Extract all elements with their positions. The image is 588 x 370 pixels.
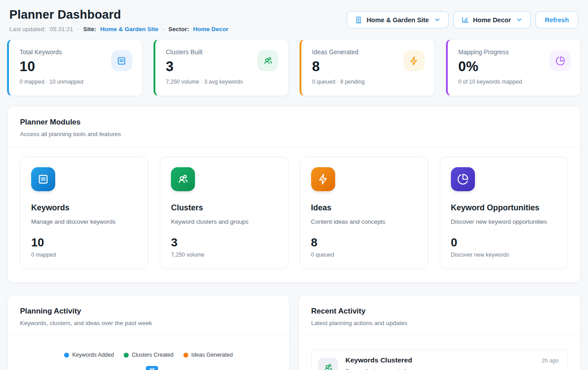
activity-timestamp: 2h ago [542, 358, 559, 364]
lightning-icon [311, 167, 335, 191]
sector-select[interactable]: Home Decor [454, 11, 531, 28]
legend-label: Ideas Generated [191, 352, 233, 358]
module-card-ideas[interactable]: Ideas Content ideas and concepts 8 0 que… [300, 157, 428, 269]
activity-body: Keywords Clustered 2h ago 3 new clusters… [345, 356, 559, 370]
chevron-down-icon [434, 16, 441, 23]
activity-item-keywords-clustered: Keywords Clustered 2h ago 3 new clusters… [311, 349, 568, 370]
legend-item-keywords-added[interactable]: Keywords Added [64, 352, 114, 358]
site-label: Site: [83, 26, 96, 32]
stat-text: Total Keywords 10 0 mapped · 10 unmapped [20, 48, 83, 88]
legend-item-ideas-generated[interactable]: Ideas Generated [183, 352, 233, 358]
module-card-keywords[interactable]: Keywords Manage and discover keywords 10… [20, 157, 148, 269]
stat-sub: 0 mapped · 10 unmapped [20, 79, 83, 85]
module-card-clusters[interactable]: Clusters Keyword clusters and groups 3 7… [160, 157, 288, 269]
header-left: Planner Dashboard Last updated: 05:31:21… [9, 8, 228, 32]
stat-sub: 0 of 10 keywords mapped [458, 79, 522, 85]
module-value: 0 [451, 236, 557, 249]
planner-modules-panel: Planner Modules Access all planning tool… [7, 106, 581, 283]
chevron-down-icon [516, 16, 523, 23]
stat-text: Ideas Generated 8 0 queued · 8 pending [312, 48, 365, 88]
stat-sub: 7,250 volume · 3 avg keywords [166, 79, 243, 85]
recent-activity-header: Recent Activity Latest planning actions … [299, 295, 580, 336]
module-description: Discover new keyword opportunities [451, 218, 557, 225]
module-description: Manage and discover keywords [31, 218, 137, 225]
module-sub: 7,250 volume [171, 252, 277, 258]
legend-dot-icon [183, 353, 188, 358]
modules-grid: Keywords Manage and discover keywords 10… [8, 147, 580, 282]
refresh-button[interactable]: Refresh [535, 11, 578, 28]
legend-dot-icon [124, 353, 129, 358]
module-title: Keyword Opportunities [451, 203, 557, 213]
stat-card-total-keywords: Total Keywords 10 0 mapped · 10 unmapped [7, 39, 142, 96]
modules-title: Planner Modules [20, 118, 568, 127]
stat-text: Mapping Progress 0% 0 of 10 keywords map… [458, 48, 522, 88]
recent-activity-title: Recent Activity [311, 307, 568, 316]
bottom-row: Planning Activity Keywords, clusters, an… [7, 295, 581, 370]
site-select-label: Home & Garden Site [366, 16, 429, 24]
stat-label: Clusters Built [166, 48, 243, 56]
users-icon [257, 50, 278, 71]
module-card-keyword-opportunities[interactable]: Keyword Opportunities Discover new keywo… [440, 157, 568, 269]
legend-dot-icon [64, 353, 69, 358]
planning-activity-panel: Planning Activity Keywords, clusters, an… [7, 295, 290, 370]
pie-chart-icon [451, 167, 475, 191]
module-title: Ideas [311, 203, 417, 213]
legend-label: Clusters Created [132, 352, 174, 358]
page-title: Planner Dashboard [9, 8, 228, 22]
stat-label: Ideas Generated [312, 48, 365, 56]
module-title: Clusters [171, 203, 277, 213]
stat-card-ideas-generated: Ideas Generated 8 0 queued · 8 pending [300, 39, 435, 96]
activity-title: Keywords Clustered [345, 356, 412, 364]
activity-list: Keywords Clustered 2h ago 3 new clusters… [299, 336, 580, 370]
stat-label: Mapping Progress [458, 48, 522, 56]
document-icon [111, 50, 132, 71]
stat-value: 3 [166, 59, 243, 75]
page-meta: Last updated: 05:31:21 · Site: Home & Ga… [9, 26, 228, 32]
activity-area-chart: 25 25 24 [20, 363, 277, 370]
building-icon [355, 16, 362, 24]
stats-row: Total Keywords 10 0 mapped · 10 unmapped… [7, 39, 581, 96]
users-icon [171, 167, 195, 191]
sector-select-label: Home Decor [473, 16, 511, 24]
planning-activity-title: Planning Activity [20, 307, 277, 316]
document-icon [31, 167, 55, 191]
stat-label: Total Keywords [20, 48, 83, 56]
header-controls: Home & Garden Site Home Decor Refresh [347, 11, 578, 28]
sector-link[interactable]: Home Decor [193, 26, 229, 32]
modules-header: Planner Modules Access all planning tool… [8, 106, 580, 147]
recent-activity-panel: Recent Activity Latest planning actions … [298, 295, 581, 370]
site-select[interactable]: Home & Garden Site [347, 11, 448, 28]
activity-description: 3 new clusters created [345, 368, 559, 370]
module-value: 8 [311, 236, 417, 249]
module-value: 10 [31, 236, 137, 249]
last-updated-label: Last updated: [9, 26, 46, 32]
planner-dashboard-page: Planner Dashboard Last updated: 05:31:21… [0, 0, 588, 370]
module-sub: Discover new keywords [451, 252, 557, 258]
module-title: Keywords [31, 203, 137, 213]
chart-legend: Keywords Added Clusters Created Ideas Ge… [8, 352, 289, 358]
module-value: 3 [171, 236, 277, 249]
planning-activity-subtitle: Keywords, clusters, and ideas over the p… [20, 320, 277, 326]
module-description: Keyword clusters and groups [171, 218, 277, 225]
recent-activity-subtitle: Latest planning actions and updates [311, 320, 568, 326]
modules-subtitle: Access all planning tools and features [20, 131, 568, 137]
site-link[interactable]: Home & Garden Site [100, 26, 158, 32]
meta-separator: · [77, 26, 79, 32]
legend-item-clusters-created[interactable]: Clusters Created [124, 352, 174, 358]
bar-chart-icon [462, 16, 469, 24]
stat-card-clusters-built: Clusters Built 3 7,250 volume · 3 avg ke… [154, 39, 289, 96]
module-description: Content ideas and concepts [311, 218, 417, 225]
stat-sub: 0 queued · 8 pending [312, 79, 365, 85]
pie-chart-icon [550, 50, 571, 71]
users-icon [318, 358, 338, 370]
legend-label: Keywords Added [72, 352, 114, 358]
module-sub: 0 mapped [31, 252, 137, 258]
module-sub: 0 queued [311, 252, 417, 258]
meta-separator: · [162, 26, 165, 32]
stat-text: Clusters Built 3 7,250 volume · 3 avg ke… [166, 48, 243, 88]
sector-label: Sector: [168, 26, 189, 32]
lightning-icon [404, 50, 425, 71]
data-point-label: 25 [146, 366, 158, 370]
stat-value: 10 [20, 59, 83, 75]
last-updated-value: 05:31:21 [50, 26, 73, 32]
